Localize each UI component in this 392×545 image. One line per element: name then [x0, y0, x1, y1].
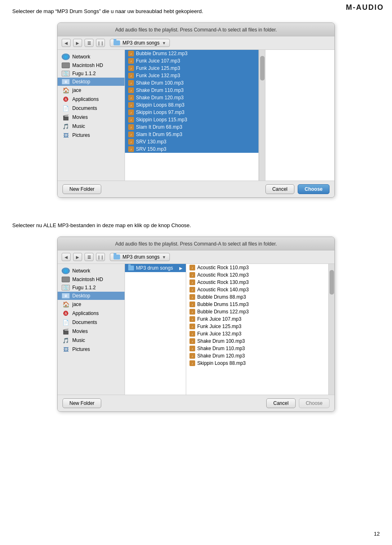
file-item-skippin-115[interactable]: ♪ Skippin Loops 115.mp3 [125, 116, 258, 123]
dialog-1-scrollbar[interactable] [259, 50, 265, 181]
mp3-icon-2: ♪ [189, 272, 195, 278]
file-item-skippin-88[interactable]: ♪ Skippin Loops 88.mp3 [125, 101, 258, 109]
back-button[interactable]: ◀ [62, 39, 71, 47]
scroll-thumb[interactable] [260, 56, 265, 80]
sidebar-item-fugu[interactable]: 💿 Fugu 1.1.2 [58, 69, 125, 78]
file-item-slam-95[interactable]: ♪ Slam It Drum 95.mp3 [125, 131, 258, 138]
file-item-shake-drum-110[interactable]: ♪ Shake Drum 110.mp3 [125, 87, 258, 94]
sidebar2-item-music[interactable]: 🎵 Music [58, 336, 125, 345]
house-icon-2: 🏠 [62, 301, 70, 308]
file2-funk-132[interactable]: ♪ Funk Juice 132.mp3 [186, 330, 328, 337]
forward-button-2[interactable]: ▶ [73, 253, 82, 261]
file2-shake-110[interactable]: ♪ Shake Drum 110.mp3 [186, 345, 328, 352]
file-item-bubble-drums-122[interactable]: ♪ Bubble Drums 122.mp3 [125, 50, 258, 57]
docs-icon: 📄 [62, 105, 70, 112]
back-button-2[interactable]: ◀ [62, 253, 71, 261]
file2-bubble-122[interactable]: ♪ Bubble Drums 122.mp3 [186, 308, 328, 315]
cancel-button-1[interactable]: Cancel [265, 184, 294, 194]
choose-button-1[interactable]: Choose [298, 184, 330, 194]
sidebar-item-applications[interactable]: 🅐 Applications [58, 95, 125, 104]
sidebar-item-network[interactable]: 🌐 Network [58, 52, 125, 61]
movies-icon: 🎬 [62, 114, 70, 121]
hd-icon-2 [62, 277, 70, 282]
sidebar2-item-applications[interactable]: 🅐 Applications [58, 309, 125, 318]
dialog-2-middle-panel: MP3 drum songs ▶ [125, 264, 186, 395]
music-icon-2: 🎵 [62, 337, 70, 344]
new-folder-button-1[interactable]: New Folder [62, 184, 101, 194]
sidebar-item-macintosh-hd[interactable]: Macintosh HD [58, 61, 125, 69]
sidebar2-item-movies[interactable]: 🎬 Movies [58, 327, 125, 336]
sidebar-item-pictures[interactable]: 🖼 Pictures [58, 131, 125, 140]
dialog-2-file-list[interactable]: ♪ Acoustic Rock 110.mp3 ♪ Acoustic Rock … [186, 264, 328, 395]
file-item-shake-drum-120[interactable]: ♪ Shake Drum 120.mp3 [125, 94, 258, 101]
mp3-icon: ♪ [128, 95, 134, 101]
file-item-srv-150[interactable]: ♪ SRV 150.mp3 [125, 145, 258, 153]
sidebar2-item-macintosh-hd[interactable]: Macintosh HD [58, 275, 125, 284]
file2-shake-100[interactable]: ♪ Shake Drum 100.mp3 [186, 337, 328, 345]
dialog-2-three-panel: MP3 drum songs ▶ ♪ Acoustic Rock 110.mp3… [125, 264, 334, 395]
mp3-icon-2: ♪ [189, 265, 195, 270]
sidebar2-item-jace[interactable]: 🏠 jace [58, 300, 125, 309]
file-item-funk-juice-125[interactable]: ♪ Funk Juice 125.mp3 [125, 65, 258, 72]
sidebar2-label-desktop: Desktop [72, 293, 90, 299]
folder-dropdown[interactable]: MP3 drum songs ▼ [110, 39, 170, 47]
scroll-thumb-2[interactable] [330, 270, 334, 295]
sidebar-item-jace[interactable]: 🏠 jace [58, 86, 125, 95]
file2-shake-120[interactable]: ♪ Shake Drum 120.mp3 [186, 352, 328, 360]
file2-skippin-88[interactable]: ♪ Skippin Loops 88.mp3 [186, 360, 328, 367]
file2-acoustic-110[interactable]: ♪ Acoustic Rock 110.mp3 [186, 264, 328, 271]
folder-dropdown-2[interactable]: MP3 drum songs ▼ [110, 253, 170, 261]
file2-acoustic-130[interactable]: ♪ Acoustic Rock 130.mp3 [186, 279, 328, 286]
file-item-funk-juice-132[interactable]: ♪ Funk Juice 132.mp3 [125, 72, 258, 79]
file2-funk-125[interactable]: ♪ Funk Juice 125.mp3 [186, 323, 328, 330]
dialog-1-preview [265, 50, 334, 181]
choose-button-2[interactable]: Choose [299, 398, 330, 408]
column-view-button[interactable]: ❘❘ [96, 39, 105, 47]
mp3-icon: ♪ [128, 58, 134, 64]
dialog-2-toolbar: ◀ ▶ ☰ ❘❘ MP3 drum songs ▼ [58, 250, 334, 264]
mp3-icon: ♪ [128, 87, 134, 93]
file2-acoustic-140[interactable]: ♪ Acoustic Rock 140.mp3 [186, 286, 328, 293]
sidebar-item-documents[interactable]: 📄 Documents [58, 104, 125, 113]
dialog-1-content: ♪ Bubble Drums 122.mp3 ♪ Funk Juice 107.… [125, 50, 334, 181]
file-item-slam-68[interactable]: ♪ Slam It Drum 68.mp3 [125, 123, 258, 131]
mp3-icon-2: ♪ [189, 353, 195, 359]
sidebar-item-music[interactable]: 🎵 Music [58, 122, 125, 131]
mp3-icon: ♪ [128, 102, 134, 108]
dialog-1-file-list[interactable]: ♪ Bubble Drums 122.mp3 ♪ Funk Juice 107.… [125, 50, 259, 181]
sidebar-item-movies[interactable]: 🎬 Movies [58, 113, 125, 122]
sidebar2-item-pictures[interactable]: 🖼 Pictures [58, 345, 125, 354]
page-number: 12 [374, 531, 380, 537]
dialog-1-body: 🌐 Network Macintosh HD 💿 Fugu 1.1.2 🖥 De… [58, 50, 334, 181]
list-view-button-2[interactable]: ☰ [85, 253, 94, 261]
dialog-1: Add audio files to the playlist. Press C… [57, 22, 335, 198]
column-view-button-2[interactable]: ❘❘ [96, 253, 105, 261]
mp3-icon: ♪ [128, 51, 134, 56]
new-folder-button-2[interactable]: New Folder [62, 398, 101, 408]
file2-funk-107[interactable]: ♪ Funk Juice 107.mp3 [186, 315, 328, 323]
sidebar2-item-network[interactable]: 🌐 Network [58, 266, 125, 275]
sidebar2-item-fugu[interactable]: 💿 Fugu 1.1.2 [58, 284, 125, 292]
mp3-icon-2: ♪ [189, 294, 195, 300]
dialog-1-toolbar: ◀ ▶ ☰ ❘❘ MP3 drum songs ▼ [58, 36, 334, 50]
cancel-button-2[interactable]: Cancel [266, 398, 295, 408]
file2-bubble-115[interactable]: ♪ Bubble Drums 115.mp3 [186, 301, 328, 308]
list-view-button[interactable]: ☰ [85, 39, 94, 47]
sidebar2-item-desktop[interactable]: 🖥 Desktop [58, 292, 125, 300]
mp3-icon: ♪ [128, 65, 134, 71]
dialog-2-scrollbar[interactable] [328, 264, 334, 395]
mp3-drum-songs-folder[interactable]: MP3 drum songs ▶ [125, 264, 186, 272]
dropdown-arrow-icon: ▼ [162, 41, 166, 45]
sidebar2-item-documents[interactable]: 📄 Documents [58, 318, 125, 327]
file2-bubble-88[interactable]: ♪ Bubble Drums 88.mp3 [186, 293, 328, 301]
forward-button[interactable]: ▶ [73, 39, 82, 47]
file-item-srv-130[interactable]: ♪ SRV 130.mp3 [125, 138, 258, 145]
dialog-2: Add audio files to the playlist. Press C… [57, 237, 335, 412]
file-item-skippin-97[interactable]: ♪ Skippin Loops 97.mp3 [125, 109, 258, 116]
apps-icon-2: 🅐 [62, 310, 70, 317]
mp3-icon-2: ♪ [189, 346, 195, 351]
file2-acoustic-120[interactable]: ♪ Acoustic Rock 120.mp3 [186, 271, 328, 279]
sidebar-item-desktop[interactable]: 🖥 Desktop [58, 78, 125, 86]
file-item-funk-juice-107[interactable]: ♪ Funk Juice 107.mp3 [125, 57, 258, 65]
file-item-shake-drum-100[interactable]: ♪ Shake Drum 100.mp3 [125, 79, 258, 87]
